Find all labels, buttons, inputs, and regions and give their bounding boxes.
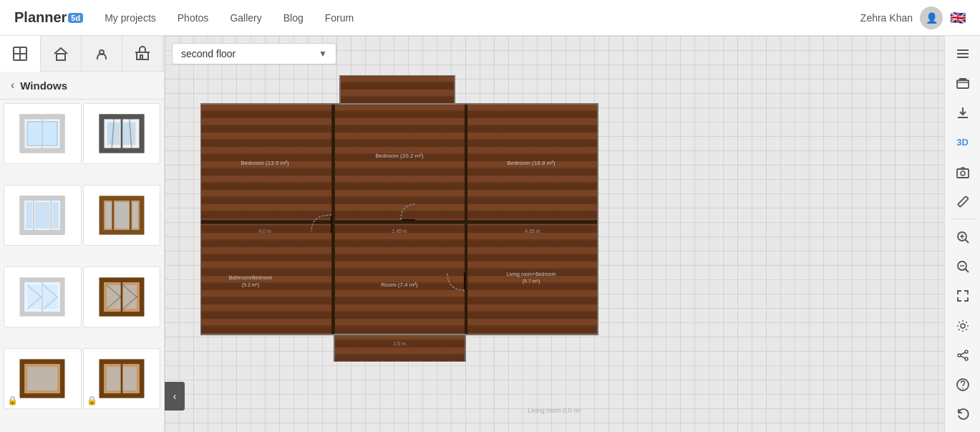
zoom-out-button[interactable] [947,253,979,281]
svg-rect-67 [334,335,465,362]
window-item-6[interactable] [83,267,161,327]
nav-my-projects[interactable]: My projects [105,12,156,24]
toolbar-icons [0,36,164,72]
svg-rect-76 [200,220,598,224]
svg-rect-24 [26,202,33,229]
svg-rect-6 [140,55,142,59]
toolbar-interior[interactable] [82,36,122,72]
window-item-2[interactable] [83,103,161,164]
top-nav: Planner 5d My projects Photos Gallery Bl… [0,0,980,36]
nav-right: Zehra Khan 👤 🇬🇧 [860,6,966,29]
panel-title: Windows [20,80,67,92]
svg-rect-38 [44,285,57,309]
svg-point-110 [965,357,968,360]
svg-rect-62 [334,104,465,222]
ruler-button[interactable] [947,187,979,215]
avatar[interactable]: 👤 [920,6,943,29]
svg-point-108 [965,350,968,353]
nav-links: My projects Photos Gallery Blog Forum [105,12,860,24]
svg-rect-25 [35,202,50,229]
svg-text:Bedroom (13.5 m²): Bedroom (13.5 m²) [241,160,288,166]
svg-rect-37 [27,285,41,309]
floor-selector[interactable]: second floor ▼ [172,43,336,64]
settings-button[interactable] [947,312,979,340]
canvas-area[interactable]: second floor ▼ [165,36,944,432]
window-item-8[interactable]: 🔒 [83,348,161,409]
svg-rect-3 [57,54,65,60]
window-item-4[interactable] [83,185,161,246]
svg-text:1.5 m: 1.5 m [393,341,406,346]
svg-text:Bedroom (16.8 m²): Bedroom (16.8 m²) [507,160,555,166]
svg-point-98 [961,171,965,176]
svg-rect-11 [28,123,41,145]
window-item-3[interactable] [4,185,82,246]
svg-text:Bedroom (20.2 m²): Bedroom (20.2 m²) [375,153,423,159]
svg-rect-60 [340,75,455,104]
svg-rect-99 [957,196,968,207]
left-sidebar: ‹ Windows [0,36,165,432]
collapse-button[interactable]: ‹ [165,382,185,411]
logo-text: Planner [14,9,67,26]
language-flag[interactable]: 🇬🇧 [950,10,966,26]
svg-point-114 [962,388,964,389]
svg-rect-95 [957,80,969,88]
floor-selector-text: second floor [181,48,236,59]
share-button[interactable] [947,341,979,369]
svg-rect-51 [123,367,137,390]
zoom-in-button[interactable] [947,223,979,251]
svg-point-107 [961,324,965,328]
3d-button[interactable]: 3D [947,128,979,156]
svg-text:4.05 m: 4.05 m [525,229,540,234]
floor-selector-bar: second floor ▼ [172,43,336,64]
logo[interactable]: Planner 5d [14,9,83,26]
living-label: Living room 0.0 m² [528,407,581,414]
window-item-5[interactable] [4,267,82,327]
svg-rect-32 [115,202,129,229]
panel-header: ‹ Windows [0,72,164,100]
svg-rect-50 [107,367,120,390]
svg-rect-42 [107,285,120,309]
floor-selector-arrow: ▼ [319,49,327,59]
lock-icon-8: 🔒 [87,395,97,405]
right-toolbar: 3D [944,36,980,432]
svg-rect-78 [465,104,467,220]
svg-text:Room (7.4 m²): Room (7.4 m²) [381,282,418,288]
nav-gallery[interactable]: Gallery [230,12,261,24]
help-button[interactable] [947,371,979,399]
nav-photos[interactable]: Photos [178,12,209,24]
svg-rect-26 [52,202,59,229]
svg-line-111 [961,352,965,355]
svg-text:Bathroom/Bedroom: Bathroom/Bedroom [229,275,273,280]
collapse-arrow-icon: ‹ [173,390,177,402]
svg-line-105 [965,269,969,272]
logo-badge: 5d [68,13,83,23]
svg-text:4.0 m: 4.0 m [258,229,271,234]
nav-blog[interactable]: Blog [283,12,304,24]
user-name: Zehra Khan [860,12,913,24]
window-grid: 🔒 🔒 [0,100,164,432]
svg-point-109 [958,354,961,357]
svg-line-112 [961,356,965,358]
svg-rect-12 [44,123,57,145]
lock-icon-7: 🔒 [7,395,18,405]
menu-button[interactable] [947,39,979,67]
window-item-1[interactable] [4,103,82,164]
open-button[interactable] [947,69,979,97]
svg-text:(5.7 m²): (5.7 m²) [523,279,540,284]
svg-rect-43 [123,285,137,309]
camera-button[interactable] [947,158,979,186]
toolbar-floorplan[interactable] [0,36,41,72]
download-button[interactable] [947,98,979,126]
svg-text:Living room+Bedroom: Living room+Bedroom [507,272,556,277]
svg-text:1.45 m: 1.45 m [392,229,407,234]
svg-rect-97 [957,169,969,178]
toolbar-exterior[interactable] [122,36,163,72]
back-arrow[interactable]: ‹ [11,79,14,92]
toolbar-home[interactable] [41,36,82,72]
nav-forum[interactable]: Forum [325,12,354,24]
svg-rect-65 [334,224,465,335]
window-item-7[interactable]: 🔒 [4,348,82,409]
fit-view-button[interactable] [947,282,979,310]
svg-rect-31 [105,202,112,229]
undo-button[interactable] [947,400,979,428]
